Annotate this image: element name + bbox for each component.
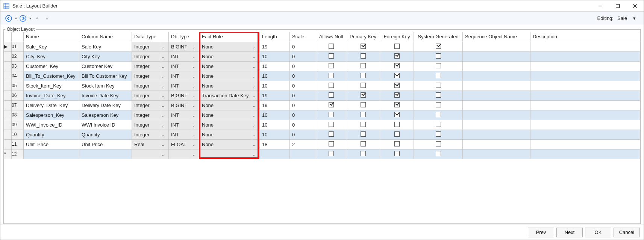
cell-fact-role[interactable]: None xyxy=(200,130,252,139)
cell-scale[interactable]: 0 xyxy=(290,100,316,110)
cell-data-type-dropdown[interactable]: ⌄ xyxy=(161,149,169,159)
cell-allows-null-checkbox[interactable] xyxy=(329,122,334,127)
cell-data-type-dropdown[interactable]: ⌄ xyxy=(161,110,169,120)
cell-foreign-key-checkbox[interactable] xyxy=(394,102,400,107)
cell-system-generated[interactable] xyxy=(414,91,463,100)
cell-sequence-object-name[interactable] xyxy=(463,51,530,61)
cell-fact-role-dropdown[interactable]: ⌄ xyxy=(252,139,260,149)
cell-primary-key-checkbox[interactable] xyxy=(361,53,366,59)
cell-sequence-object-name[interactable] xyxy=(463,81,530,91)
cell-system-generated[interactable] xyxy=(414,120,463,130)
cell-scale[interactable]: 2 xyxy=(290,139,316,149)
cell-data-type[interactable]: Integer xyxy=(132,100,161,110)
cell-column-name[interactable]: Salesperson Key xyxy=(79,110,132,120)
cell-scale[interactable]: 0 xyxy=(290,71,316,81)
cell-primary-key-checkbox[interactable] xyxy=(361,92,366,98)
cell-length[interactable]: 19 xyxy=(260,42,290,51)
table-row[interactable]: 04Bill_To_Customer_KeyBill To Customer K… xyxy=(4,71,640,81)
header-primary-key[interactable]: Primary Key xyxy=(346,32,380,42)
cell-scale[interactable]: 0 xyxy=(290,51,316,61)
cell-fact-role-dropdown[interactable]: ⌄ xyxy=(252,61,260,71)
cell-column-name[interactable]: Customer Key xyxy=(79,61,132,71)
cell-data-type-dropdown[interactable]: ⌄ xyxy=(161,81,169,91)
cell-description[interactable] xyxy=(530,149,640,159)
cell-sequence-object-name[interactable] xyxy=(463,71,530,81)
cell-fact-role[interactable]: None xyxy=(200,81,252,91)
cell-description[interactable] xyxy=(530,130,640,139)
cell-length[interactable] xyxy=(260,149,290,159)
header-sequence-object-name[interactable]: Sequence Object Name xyxy=(463,32,530,42)
cell-db-type-dropdown[interactable]: ⌄ xyxy=(192,91,200,100)
cell-foreign-key-checkbox[interactable] xyxy=(394,44,400,49)
header-name[interactable]: Name xyxy=(24,32,79,42)
cell-db-type[interactable]: BIGINT xyxy=(169,42,192,51)
cell-primary-key-checkbox[interactable] xyxy=(361,63,366,68)
cell-data-type-dropdown[interactable]: ⌄ xyxy=(161,71,169,81)
cell-allows-null[interactable] xyxy=(316,91,346,100)
cell-data-type[interactable]: Integer xyxy=(132,61,161,71)
cell-name[interactable]: Salesperson_Key xyxy=(24,110,79,120)
cell-system-generated[interactable] xyxy=(414,61,463,71)
cell-name[interactable]: Unit_Price xyxy=(24,139,79,149)
nav-forward-button[interactable] xyxy=(18,14,27,23)
cell-length[interactable]: 10 xyxy=(260,81,290,91)
cell-system-generated-checkbox[interactable] xyxy=(436,131,441,137)
cell-primary-key[interactable] xyxy=(346,130,380,139)
cell-foreign-key-checkbox[interactable] xyxy=(394,73,400,78)
cell-db-type[interactable] xyxy=(169,149,192,159)
cell-description[interactable] xyxy=(530,120,640,130)
cell-system-generated[interactable] xyxy=(414,139,463,149)
cell-data-type-dropdown[interactable]: ⌄ xyxy=(161,51,169,61)
cell-allows-null[interactable] xyxy=(316,61,346,71)
cell-foreign-key[interactable] xyxy=(380,71,414,81)
cell-db-type[interactable]: INT xyxy=(169,81,192,91)
cell-foreign-key[interactable] xyxy=(380,100,414,110)
cell-allows-null-checkbox[interactable] xyxy=(329,102,334,107)
cell-name[interactable]: Delivery_Date_Key xyxy=(24,100,79,110)
cell-primary-key[interactable] xyxy=(346,42,380,51)
cell-system-generated[interactable] xyxy=(414,130,463,139)
cell-foreign-key[interactable] xyxy=(380,91,414,100)
cell-system-generated-checkbox[interactable] xyxy=(436,141,441,146)
table-row[interactable]: 06Invoice_Date_KeyInvoice Date KeyIntege… xyxy=(4,91,640,100)
cell-description[interactable] xyxy=(530,139,640,149)
cell-allows-null-checkbox[interactable] xyxy=(329,112,334,117)
table-row[interactable]: 05Stock_Item_KeyStock Item KeyInteger⌄IN… xyxy=(4,81,640,91)
cell-fact-role-dropdown[interactable]: ⌄ xyxy=(252,110,260,120)
cell-sequence-object-name[interactable] xyxy=(463,91,530,100)
cell-db-type[interactable]: FLOAT xyxy=(169,139,192,149)
cell-description[interactable] xyxy=(530,91,640,100)
cell-data-type[interactable]: Integer xyxy=(132,110,161,120)
cell-foreign-key-checkbox[interactable] xyxy=(394,141,400,146)
cell-data-type[interactable]: Integer xyxy=(132,51,161,61)
cell-allows-null[interactable] xyxy=(316,149,346,159)
cell-description[interactable] xyxy=(530,61,640,71)
cell-foreign-key-checkbox[interactable] xyxy=(394,151,400,156)
cell-data-type[interactable]: Integer xyxy=(132,91,161,100)
cell-primary-key-checkbox[interactable] xyxy=(361,112,366,117)
cell-db-type-dropdown[interactable]: ⌄ xyxy=(192,139,200,149)
cell-name[interactable]: Invoice_Date_Key xyxy=(24,91,79,100)
cell-allows-null-checkbox[interactable] xyxy=(329,53,334,59)
header-system-generated[interactable]: System Generated xyxy=(414,32,463,42)
prev-button[interactable]: Prev xyxy=(528,228,554,237)
header-fact-role[interactable]: Fact Role xyxy=(200,32,260,42)
cell-system-generated[interactable] xyxy=(414,110,463,120)
table-row[interactable]: ▶01Sale_KeySale KeyInteger⌄BIGINT⌄None⌄1… xyxy=(4,42,640,51)
cell-data-type-dropdown[interactable]: ⌄ xyxy=(161,61,169,71)
table-row[interactable]: 08Salesperson_KeySalesperson KeyInteger⌄… xyxy=(4,110,640,120)
cell-system-generated-checkbox[interactable] xyxy=(436,83,441,88)
cell-db-type-dropdown[interactable]: ⌄ xyxy=(192,71,200,81)
cell-foreign-key[interactable] xyxy=(380,110,414,120)
cell-column-name[interactable]: City Key xyxy=(79,51,132,61)
cell-primary-key[interactable] xyxy=(346,110,380,120)
cell-primary-key[interactable] xyxy=(346,61,380,71)
cell-name[interactable] xyxy=(24,149,79,159)
cell-foreign-key-checkbox[interactable] xyxy=(394,53,400,59)
header-length[interactable]: Length xyxy=(260,32,290,42)
cell-db-type[interactable]: INT xyxy=(169,71,192,81)
cell-fact-role[interactable]: None xyxy=(200,139,252,149)
cell-primary-key[interactable] xyxy=(346,71,380,81)
cell-foreign-key[interactable] xyxy=(380,120,414,130)
cell-length[interactable]: 10 xyxy=(260,61,290,71)
